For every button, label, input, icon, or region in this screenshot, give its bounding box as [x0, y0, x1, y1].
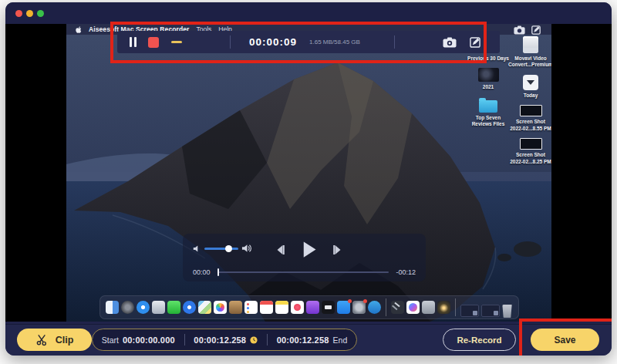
desktop-item[interactable]: Screen Shot 2022-02...8.55 PM [509, 105, 551, 132]
shot-thumb-icon [520, 105, 542, 116]
apple-logo-icon [76, 26, 82, 33]
dock-reminders-icon[interactable] [244, 301, 258, 314]
bottom-toolbar: Clip Start 00:00:00.000 00:00:12.258 00:… [5, 324, 612, 356]
dock-notes-icon[interactable] [275, 301, 288, 314]
app-box-icon [523, 36, 538, 53]
dock-finder-icon[interactable] [106, 301, 119, 314]
dock-photos-icon[interactable] [214, 301, 227, 314]
previous-frame-button[interactable] [274, 244, 286, 256]
screenshot-camera-button[interactable] [443, 37, 457, 48]
minimize-toolbar-button[interactable] [171, 41, 182, 43]
dock-music-icon[interactable] [291, 301, 304, 314]
save-button-label: Save [554, 335, 575, 345]
desktop-item-label: Top Seven Reviews Files [465, 115, 511, 128]
clip-end-group: 00:00:12.258 End [277, 335, 348, 345]
volume-slider[interactable] [204, 248, 238, 250]
letterbox-left [5, 24, 66, 322]
desktop-item[interactable]: Screen Shot 2022-02...8.25 PM [509, 138, 551, 165]
dock-messages-icon[interactable] [183, 301, 196, 314]
clock-icon [250, 336, 258, 344]
close-window-button[interactable] [15, 10, 22, 17]
re-record-button[interactable]: Re-Record [443, 329, 516, 351]
play-button[interactable] [298, 239, 319, 260]
volume-high-icon[interactable] [241, 244, 252, 253]
dock-system-preferences-icon[interactable] [352, 301, 366, 314]
dock-preview-icon[interactable] [152, 301, 165, 314]
toolbar-divider [394, 35, 395, 49]
dock-keychain-icon[interactable] [391, 301, 404, 314]
desktop-item-label: Screen Shot 2022-02...8.25 PM [509, 152, 551, 165]
desktop-icon-column-right: Movavi Video Convert...PremiumTodayScree… [509, 36, 551, 171]
next-frame-button[interactable] [332, 244, 344, 256]
desktop-item[interactable]: 2021 [478, 68, 499, 90]
edit-icon [470, 37, 480, 48]
end-label: End [333, 335, 348, 345]
clip-button[interactable]: Clip [17, 329, 92, 351]
dock-minimized-window-icon[interactable] [460, 305, 479, 317]
letterbox-right [551, 24, 612, 322]
start-time-value[interactable]: 00:00:00.000 [123, 335, 175, 345]
progress-bar[interactable] [217, 271, 389, 273]
dock-safari-icon[interactable] [137, 301, 150, 314]
folder-blue-icon [479, 100, 497, 113]
clip-button-label: Clip [56, 335, 74, 345]
dock-messenger-icon[interactable] [406, 301, 420, 314]
playback-top-row [183, 239, 426, 259]
minimize-window-button[interactable] [26, 10, 33, 17]
app-window: Aiseesoft Mac Screen Recorder Tools Help [5, 2, 612, 356]
volume-slider-knob[interactable] [225, 245, 232, 252]
camera-icon [514, 25, 525, 35]
time-panel-divider [267, 334, 268, 345]
progress-handle[interactable] [217, 268, 220, 276]
playback-controls: 00:00 -00:12 [183, 234, 426, 281]
playback-progress-row: 00:00 -00:12 [183, 268, 426, 276]
volume-control [193, 244, 252, 253]
dock-appstore-icon[interactable] [337, 301, 350, 314]
stop-recording-button[interactable] [148, 37, 159, 48]
save-button[interactable]: Save [531, 329, 599, 351]
dock-calendar-icon[interactable] [260, 301, 273, 314]
recording-toolbar: 00:00:09 1.65 MB/58.45 GB [117, 31, 500, 53]
dock [99, 295, 519, 319]
desktop-item-label: Previous 30 Days [467, 56, 509, 62]
dock-tv-icon[interactable] [322, 301, 335, 314]
remaining-time: -00:12 [396, 268, 416, 276]
dock-facetime-icon[interactable] [167, 301, 180, 314]
camera-icon [443, 37, 457, 48]
recording-timer: 00:00:09 [249, 36, 297, 48]
dock-spotlight-icon[interactable] [437, 301, 450, 314]
time-panel-divider [184, 334, 185, 345]
scissors-icon [35, 333, 49, 346]
zoom-window-button[interactable] [37, 10, 44, 17]
folder-download-icon [523, 75, 538, 90]
transport-controls [274, 239, 344, 260]
re-record-button-label: Re-Record [457, 335, 501, 345]
annotate-edit-button[interactable] [470, 37, 480, 48]
dock-separator [386, 298, 386, 316]
end-time-value[interactable]: 00:00:12.258 [277, 335, 329, 345]
clip-current-group: 00:00:12.258 [194, 335, 258, 345]
dock-utility-icon[interactable] [422, 301, 435, 314]
image-dark-icon [478, 68, 499, 82]
desktop-item[interactable]: Top Seven Reviews Files [465, 97, 511, 128]
captured-capture-tools [514, 25, 541, 35]
volume-low-icon[interactable] [193, 244, 201, 253]
dock-contacts-icon[interactable] [229, 301, 242, 314]
dock-minimized-window-icon[interactable] [481, 305, 500, 317]
clip-time-panel: Start 00:00:00.000 00:00:12.258 00:00:12… [92, 329, 357, 351]
dock-podcasts-icon[interactable] [306, 301, 319, 314]
dock-maps-icon[interactable] [198, 301, 211, 314]
dock-launchpad-icon[interactable] [121, 301, 134, 314]
dock-trash-icon[interactable] [502, 305, 513, 318]
clip-start-group: Start 00:00:00.000 [102, 335, 175, 345]
desktop-item-label: Today [524, 93, 538, 99]
recording-file-size: 1.65 MB/58.45 GB [309, 39, 360, 46]
dock-telegram-icon[interactable] [368, 301, 381, 314]
video-stage: Aiseesoft Mac Screen Recorder Tools Help [5, 24, 612, 325]
pause-button[interactable] [130, 37, 137, 47]
current-time-value[interactable]: 00:00:12.258 [194, 335, 246, 345]
start-label: Start [102, 335, 119, 345]
dock-separator [455, 298, 456, 316]
desktop-item[interactable]: Movavi Video Convert...Premium [508, 36, 551, 69]
desktop-item[interactable]: Today [523, 75, 538, 99]
